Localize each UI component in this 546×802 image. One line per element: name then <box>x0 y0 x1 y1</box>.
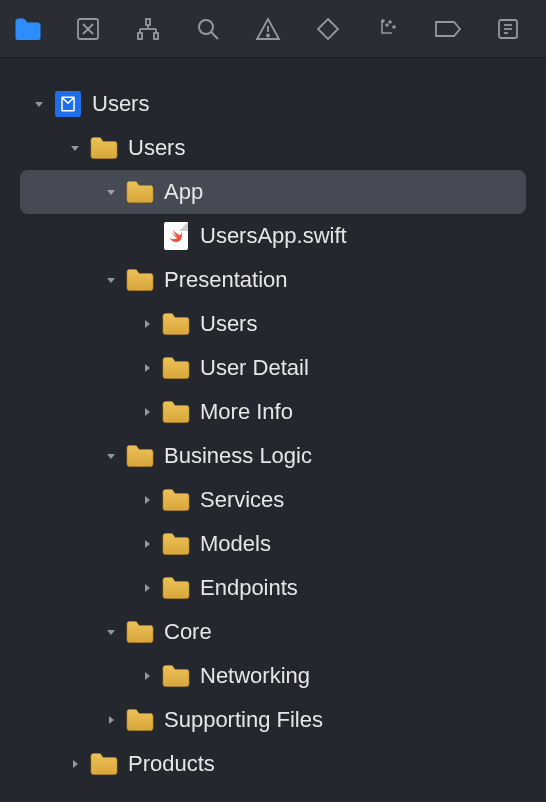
folder-icon <box>162 398 190 426</box>
folder-presentation-users[interactable]: Users <box>20 302 526 346</box>
folder-icon <box>162 574 190 602</box>
disclosure-triangle[interactable] <box>30 95 48 113</box>
project-root[interactable]: Users <box>20 82 526 126</box>
disclosure-triangle[interactable] <box>138 491 156 509</box>
disclosure-triangle[interactable] <box>138 359 156 377</box>
tree-item-label: User Detail <box>200 355 309 381</box>
svg-point-14 <box>382 20 384 22</box>
disclosure-triangle[interactable] <box>102 711 120 729</box>
folder-icon <box>90 134 118 162</box>
tree-item-label: Users <box>200 311 257 337</box>
disclosure-triangle[interactable] <box>102 447 120 465</box>
folder-icon <box>162 486 190 514</box>
folder-more-info[interactable]: More Info <box>20 390 526 434</box>
svg-point-13 <box>267 34 269 36</box>
disclosure-triangle[interactable] <box>102 271 120 289</box>
folder-icon <box>162 530 190 558</box>
folder-networking[interactable]: Networking <box>20 654 526 698</box>
svg-point-17 <box>393 26 395 28</box>
debug-navigator-icon[interactable] <box>370 11 406 47</box>
svg-rect-8 <box>138 33 142 39</box>
project-navigator-tree: UsersUsersAppUsersApp.swiftPresentationU… <box>0 58 546 786</box>
folder-icon <box>90 750 118 778</box>
folder-icon <box>126 618 154 646</box>
tree-item-label: UsersApp.swift <box>200 223 347 249</box>
folder-endpoints[interactable]: Endpoints <box>20 566 526 610</box>
folder-icon <box>162 354 190 382</box>
folder-supporting-files[interactable]: Supporting Files <box>20 698 526 742</box>
source-control-navigator-icon[interactable] <box>70 11 106 47</box>
folder-core[interactable]: Core <box>20 610 526 654</box>
svg-rect-3 <box>146 19 150 25</box>
disclosure-triangle[interactable] <box>138 579 156 597</box>
tree-item-label: Users <box>128 135 185 161</box>
folder-icon <box>126 178 154 206</box>
symbol-navigator-icon[interactable] <box>130 11 166 47</box>
tree-item-label: Presentation <box>164 267 288 293</box>
disclosure-triangle[interactable] <box>102 623 120 641</box>
folder-icon <box>162 310 190 338</box>
tree-item-label: App <box>164 179 203 205</box>
folder-app[interactable]: App <box>20 170 526 214</box>
folder-users[interactable]: Users <box>20 126 526 170</box>
disclosure-triangle[interactable] <box>102 183 120 201</box>
svg-point-10 <box>199 20 213 34</box>
disclosure-triangle[interactable] <box>138 667 156 685</box>
swift-file-icon <box>162 222 190 250</box>
issue-navigator-icon[interactable] <box>250 11 286 47</box>
tree-item-label: Supporting Files <box>164 707 323 733</box>
disclosure-triangle[interactable] <box>138 403 156 421</box>
tree-item-label: Services <box>200 487 284 513</box>
tree-item-label: Products <box>128 751 215 777</box>
project-navigator-icon[interactable] <box>10 11 46 47</box>
disclosure-triangle[interactable] <box>66 139 84 157</box>
svg-point-16 <box>389 21 391 23</box>
navigator-toolbar <box>0 0 546 58</box>
test-navigator-icon[interactable] <box>310 11 346 47</box>
svg-rect-9 <box>154 33 158 39</box>
folder-icon <box>126 266 154 294</box>
folder-icon <box>162 662 190 690</box>
tree-item-label: Users <box>92 91 149 117</box>
svg-line-11 <box>211 32 218 39</box>
folder-models[interactable]: Models <box>20 522 526 566</box>
tree-item-label: Business Logic <box>164 443 312 469</box>
disclosure-triangle[interactable] <box>138 315 156 333</box>
tree-item-label: Core <box>164 619 212 645</box>
find-navigator-icon[interactable] <box>190 11 226 47</box>
folder-presentation[interactable]: Presentation <box>20 258 526 302</box>
report-navigator-icon[interactable] <box>490 11 526 47</box>
xcode-project-icon <box>54 90 82 118</box>
disclosure-triangle[interactable] <box>66 755 84 773</box>
folder-user-detail[interactable]: User Detail <box>20 346 526 390</box>
tree-item-label: Networking <box>200 663 310 689</box>
tree-item-label: Endpoints <box>200 575 298 601</box>
folder-services[interactable]: Services <box>20 478 526 522</box>
svg-point-15 <box>386 24 388 26</box>
tree-item-label: Models <box>200 531 271 557</box>
disclosure-triangle[interactable] <box>138 535 156 553</box>
breakpoint-navigator-icon[interactable] <box>430 11 466 47</box>
file-usersapp-swift[interactable]: UsersApp.swift <box>20 214 526 258</box>
folder-icon <box>126 442 154 470</box>
folder-icon <box>126 706 154 734</box>
folder-business-logic[interactable]: Business Logic <box>20 434 526 478</box>
folder-products[interactable]: Products <box>20 742 526 786</box>
tree-item-label: More Info <box>200 399 293 425</box>
